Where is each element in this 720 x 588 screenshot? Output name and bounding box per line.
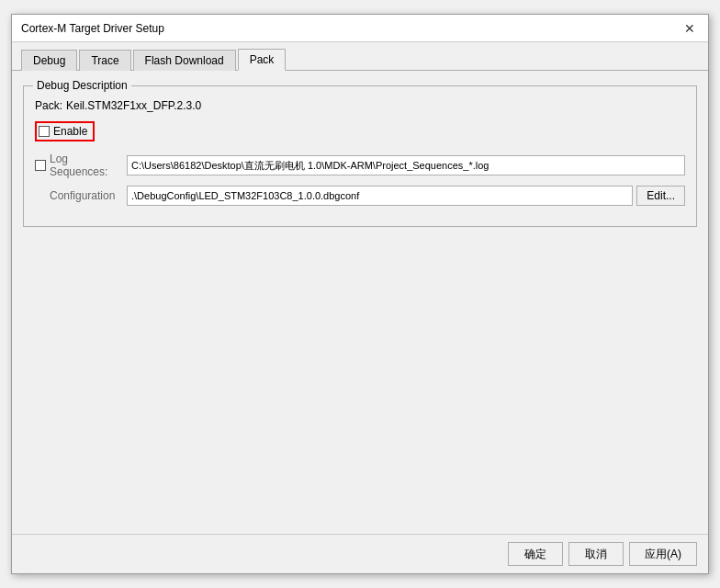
log-sequences-checkbox[interactable] xyxy=(35,160,46,171)
tab-debug[interactable]: Debug xyxy=(21,50,77,71)
configuration-row: Configuration Edit... xyxy=(35,186,685,206)
group-legend: Debug Description xyxy=(33,79,131,92)
window-title: Cortex-M Target Driver Setup xyxy=(21,22,164,35)
enable-row: Enable xyxy=(35,121,685,141)
apply-button[interactable]: 应用(A) xyxy=(629,542,697,566)
tab-pack[interactable]: Pack xyxy=(238,49,287,71)
log-sequences-input[interactable] xyxy=(127,155,685,175)
cancel-button[interactable]: 取消 xyxy=(568,542,624,566)
footer: 确定 取消 应用(A) xyxy=(12,534,708,573)
titlebar: Cortex-M Target Driver Setup ✕ xyxy=(12,15,708,42)
log-sequences-row: Log Sequences: xyxy=(35,153,685,178)
enable-checkbox-wrapper[interactable]: Enable xyxy=(35,121,95,141)
debug-description-group: Debug Description Pack: Keil.STM32F1xx_D… xyxy=(23,85,697,227)
close-button[interactable]: ✕ xyxy=(681,19,699,38)
log-sequences-label-group: Log Sequences: xyxy=(35,153,127,178)
enable-label: Enable xyxy=(53,125,87,138)
tabs-bar: Debug Trace Flash Download Pack xyxy=(12,42,708,71)
pack-label: Pack: xyxy=(35,99,62,112)
ok-button[interactable]: 确定 xyxy=(508,542,563,566)
configuration-label-group: Configuration xyxy=(35,189,127,202)
log-sequences-label: Log Sequences: xyxy=(50,153,127,178)
content-area: Debug Description Pack: Keil.STM32F1xx_D… xyxy=(12,71,708,534)
tab-flash-download[interactable]: Flash Download xyxy=(133,50,236,71)
configuration-input[interactable] xyxy=(127,186,633,206)
pack-value: Keil.STM32F1xx_DFP.2.3.0 xyxy=(66,99,201,112)
edit-button[interactable]: Edit... xyxy=(636,186,685,206)
main-window: Cortex-M Target Driver Setup ✕ Debug Tra… xyxy=(11,14,709,574)
tab-trace[interactable]: Trace xyxy=(79,50,130,71)
configuration-label: Configuration xyxy=(50,189,115,202)
enable-checkbox[interactable] xyxy=(39,126,50,137)
pack-row: Pack: Keil.STM32F1xx_DFP.2.3.0 xyxy=(35,99,685,112)
